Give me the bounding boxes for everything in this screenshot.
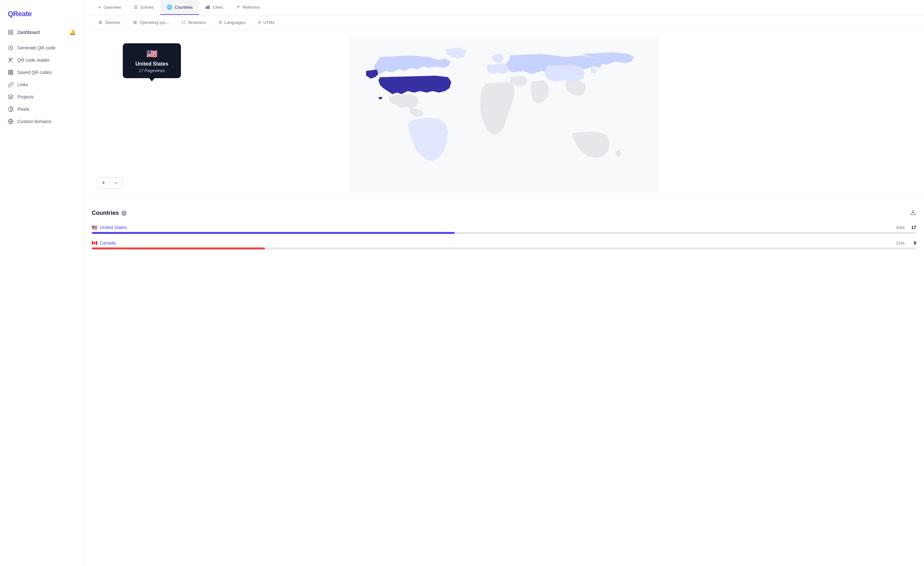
bars-icon: ≡: [98, 5, 101, 10]
tooltip-flag: 🇺🇸: [129, 48, 174, 59]
country-name-0[interactable]: 🇺🇸 United States: [92, 225, 127, 230]
sidebar: QReate Dashboard 🔔 Generate QR code QR c…: [0, 0, 84, 566]
world-map[interactable]: [92, 37, 916, 192]
svg-rect-3: [11, 33, 13, 34]
sidebar-item-pixels[interactable]: Pixels: [0, 103, 84, 115]
plus-circle-icon: [8, 45, 14, 51]
sidebar-saved-qr-label: Saved QR codes: [18, 70, 52, 75]
countries-title: Countries i: [92, 210, 127, 216]
sidebar-projects-label: Projects: [18, 94, 34, 99]
globe-icon: [8, 119, 14, 125]
scan-icon: [8, 57, 14, 63]
layers-icon: [8, 94, 14, 100]
country-row: 🇺🇸 United States 44% 17: [92, 225, 916, 234]
country-pct-1: 21%: [896, 241, 904, 246]
sidebar-dashboard-row: Dashboard 🔔: [0, 26, 84, 42]
country-name-1[interactable]: 🇨🇦 Canada: [92, 240, 116, 246]
country-row-header: 🇨🇦 Canada 21% 8: [92, 240, 916, 246]
tab-languages[interactable]: A Languages: [212, 15, 252, 30]
tab-bar-row1: ≡ Overview ☰ Entries 🌐 Countries 🏙 Citie…: [84, 0, 924, 15]
svg-rect-15: [12, 72, 13, 73]
sidebar-generate-qr-label: Generate QR code: [18, 45, 56, 50]
country-flag-0: 🇺🇸: [92, 225, 97, 230]
zoom-controls: + −: [97, 177, 123, 189]
download-icon: [910, 209, 916, 215]
tooltip-country: United States: [129, 61, 174, 67]
country-pct-0: 44%: [896, 225, 904, 230]
sidebar-dashboard-label: Dashboard: [18, 30, 40, 35]
country-name-text-1: Canada: [100, 240, 116, 246]
sidebar-item-links[interactable]: Links: [0, 78, 84, 91]
tab-countries-label: Countries: [175, 5, 193, 10]
link-icon: [8, 82, 14, 87]
svg-rect-1: [11, 30, 13, 32]
main-content: ≡ Overview ☰ Entries 🌐 Countries 🏙 Citie…: [84, 0, 924, 566]
monitor-icon: 🖥: [98, 20, 103, 25]
sidebar-qr-reader-label: QR code reader: [18, 57, 50, 63]
progress-bar-bg-0: [92, 232, 916, 234]
tab-operating-sys-label: Operating sys...: [140, 20, 169, 25]
list-icon: ☰: [134, 5, 138, 10]
browser-icon: ⬡: [182, 20, 186, 25]
svg-rect-13: [8, 72, 9, 73]
svg-marker-19: [8, 95, 13, 97]
bell-icon[interactable]: 🔔: [69, 29, 76, 35]
tab-cities[interactable]: 🏙 Cities: [199, 0, 230, 15]
countries-header: Countries i: [92, 209, 916, 217]
tab-entries-label: Entries: [141, 5, 153, 10]
svg-rect-12: [12, 70, 13, 71]
world-map-svg: [92, 37, 916, 192]
svg-rect-16: [8, 74, 9, 75]
svg-rect-11: [10, 70, 11, 71]
country-name-text-0: United States: [100, 225, 127, 230]
tab-utms-label: UTMs: [263, 20, 274, 25]
svg-rect-14: [10, 72, 11, 73]
country-row: 🇨🇦 Canada 21% 8: [92, 240, 916, 249]
country-row-header: 🇺🇸 United States 44% 17: [92, 225, 916, 230]
svg-rect-7: [9, 59, 10, 60]
tab-operating-sys[interactable]: ⊞ Operating sys...: [127, 15, 176, 30]
sidebar-item-qr-reader[interactable]: QR code reader: [0, 54, 84, 66]
sidebar-links-label: Links: [18, 82, 28, 87]
country-count-1: 8: [909, 240, 916, 246]
progress-bar-fill-1: [92, 248, 265, 249]
zoom-out-button[interactable]: −: [110, 177, 123, 188]
country-stats-1: 21% 8: [896, 240, 916, 246]
sidebar-item-dashboard[interactable]: Dashboard: [8, 29, 69, 35]
translate-icon: A: [219, 20, 222, 25]
countries-title-text: Countries: [92, 210, 119, 216]
tab-utms[interactable]: # UTMs: [252, 15, 281, 30]
tab-overview[interactable]: ≡ Overview: [92, 0, 127, 15]
countries-section: Countries i 🇺🇸 United States 44% 17: [84, 199, 924, 266]
country-count-0: 17: [909, 225, 916, 230]
share-icon: ↗: [236, 5, 240, 10]
sidebar-item-custom-domains[interactable]: Custom domains: [0, 115, 84, 128]
download-button[interactable]: [910, 209, 916, 217]
country-rows-container: 🇺🇸 United States 44% 17 🇨🇦 Canada: [92, 225, 916, 249]
building-icon: 🏙: [206, 5, 210, 10]
tooltip-pageviews: 17 Pageviews: [129, 68, 174, 73]
svg-rect-9: [9, 60, 10, 62]
tab-referrers-label: Referrers: [243, 5, 260, 10]
tag-icon: #: [258, 20, 261, 25]
svg-rect-10: [8, 70, 9, 71]
progress-bar-fill-0: [92, 232, 454, 234]
zoom-in-button[interactable]: +: [97, 177, 110, 188]
info-icon[interactable]: i: [122, 211, 127, 216]
layers2-icon: ⊞: [133, 20, 137, 25]
sidebar-item-generate-qr[interactable]: Generate QR code: [0, 42, 84, 54]
sidebar-logo: QReate: [0, 6, 84, 26]
map-tooltip: 🇺🇸 United States 17 Pageviews: [123, 43, 181, 78]
sidebar-item-projects[interactable]: Projects: [0, 91, 84, 103]
progress-bar-bg-1: [92, 248, 916, 249]
tab-browsers[interactable]: ⬡ Browsers: [176, 15, 212, 30]
svg-rect-8: [11, 59, 12, 60]
tab-referrers[interactable]: ↗ Referrers: [230, 0, 267, 15]
tab-entries[interactable]: ☰ Entries: [127, 0, 160, 15]
tab-countries[interactable]: 🌐 Countries: [160, 0, 200, 15]
tab-devices[interactable]: 🖥 Devices: [92, 15, 127, 30]
sidebar-item-saved-qr[interactable]: Saved QR codes: [0, 66, 84, 78]
tab-browsers-label: Browsers: [188, 20, 206, 25]
country-flag-1: 🇨🇦: [92, 240, 97, 246]
sidebar-custom-domains-label: Custom domains: [18, 119, 51, 124]
